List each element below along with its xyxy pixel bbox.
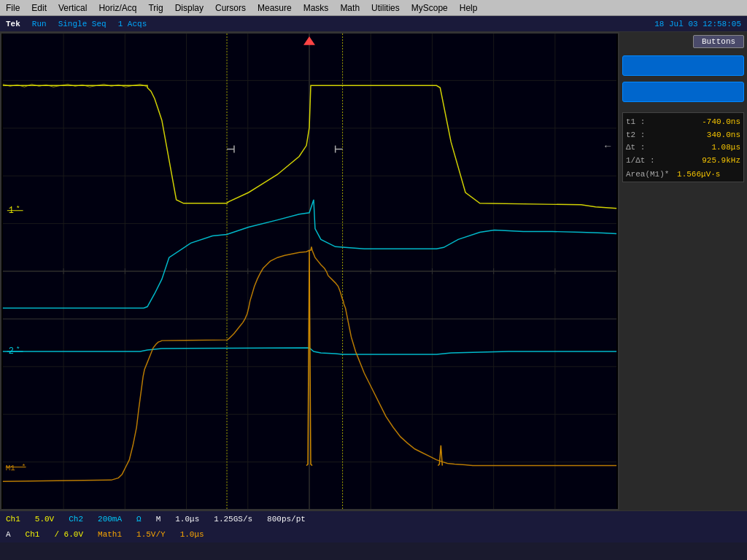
svg-text:*: * (16, 346, 20, 354)
menu-edit[interactable]: Edit (26, 1, 53, 15)
buttons-label[interactable]: Buttons (693, 35, 744, 48)
menu-math[interactable]: Math (334, 1, 365, 15)
right-panel: Buttons t1 : -740.0ns t2 : 340.0ns Δt : … (619, 32, 747, 510)
delta-value: 1.08μs (711, 141, 740, 155)
time-value: 1.0μs (175, 515, 199, 524)
main-area: 1 * 2 * M1 * ← Buttons t1 : -740.0ns (0, 32, 747, 510)
ch2-unit: Ω (136, 515, 142, 524)
delta-label: Δt : (626, 141, 645, 155)
t2-label: t2 : (626, 129, 645, 142)
svg-text:M1: M1 (6, 464, 15, 472)
blue-button-2[interactable] (622, 82, 744, 102)
menubar: File Edit Vertical Horiz/Acq Trig Displa… (0, 0, 747, 16)
menu-vertical[interactable]: Vertical (53, 1, 93, 15)
menu-trig[interactable]: Trig (142, 1, 169, 15)
run-status: Run (32, 20, 47, 28)
acqs-status: 1 Acqs (118, 20, 147, 28)
svg-text:*: * (16, 205, 20, 213)
t1-value: -740.0ns (702, 116, 740, 129)
status-bar: Tek Run Single Seq 1 Acqs 18 Jul 03 12:5… (0, 16, 747, 32)
ch1-value: 5.0V (35, 515, 54, 524)
ch2-label: Ch2 (69, 515, 83, 524)
menu-myscope[interactable]: MyScope (406, 1, 454, 15)
menu-measure[interactable]: Measure (252, 1, 298, 15)
menu-horiz[interactable]: Horiz/Acq (93, 1, 142, 15)
menu-file[interactable]: File (0, 1, 26, 15)
res: 800ps/pt (267, 515, 306, 524)
scope-screen[interactable]: 1 * 2 * M1 * ← (0, 32, 619, 510)
timestamp: 18 Jul 03 12:58:05 (654, 20, 741, 28)
svg-text:*: * (22, 463, 26, 471)
scope-grid: 1 * 2 * M1 * ← (1, 34, 618, 509)
menu-masks[interactable]: Masks (298, 1, 335, 15)
math-value: 1.5V/Y (136, 530, 166, 539)
area-value: 1.566μV·s (677, 170, 720, 179)
freq-label: 1/Δt : (626, 155, 655, 168)
menu-utilities[interactable]: Utilities (365, 1, 406, 15)
ch1-label: Ch1 (6, 515, 20, 524)
trigger-level: / 6.0V (54, 530, 83, 539)
ch2-value: 200mA (98, 515, 122, 524)
brand-label: Tek (6, 20, 20, 28)
area-label: Area(M1)* (626, 170, 669, 179)
freq-value: 925.9kHz (702, 155, 740, 168)
math-label: Math1 (98, 530, 122, 539)
menu-help[interactable]: Help (454, 1, 484, 15)
t2-value: 340.0ns (707, 129, 740, 142)
measurement-panel: t1 : -740.0ns t2 : 340.0ns Δt : 1.08μs 1… (622, 112, 744, 182)
trigger-label: A (6, 530, 11, 539)
menu-cursors[interactable]: Cursors (209, 1, 252, 15)
time-label: M (156, 515, 161, 524)
bottom-status: Ch1 5.0V Ch2 200mA Ω M 1.0μs 1.25GS/s 80… (0, 510, 747, 542)
sample-rate: 1.25GS/s (214, 515, 252, 524)
menu-display[interactable]: Display (169, 1, 209, 15)
t1-label: t1 : (626, 116, 645, 129)
svg-text:←: ← (603, 140, 613, 152)
math-time: 1.0μs (180, 530, 204, 539)
trigger-ch: Ch1 (26, 530, 40, 539)
blue-button-1[interactable] (622, 55, 744, 76)
mode-status: Single Seq (58, 20, 107, 28)
